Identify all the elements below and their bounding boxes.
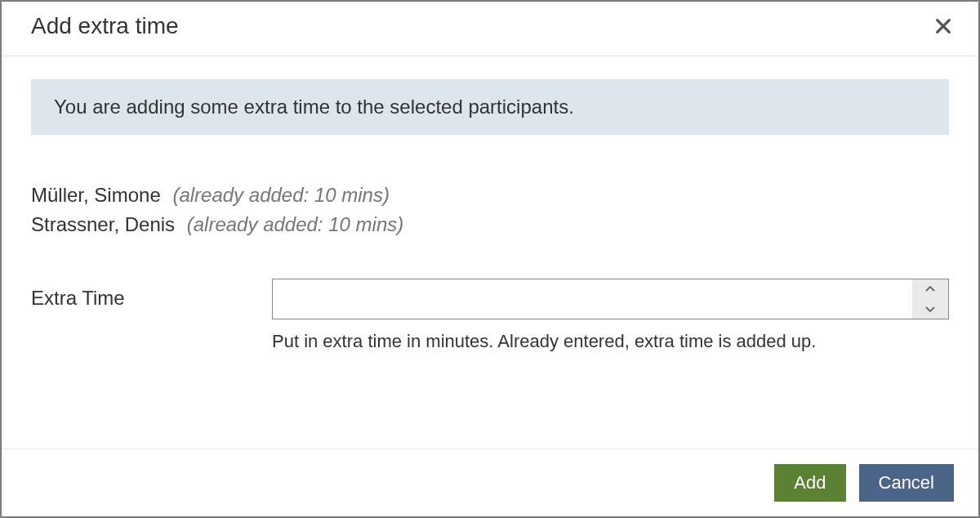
spinner-up-button[interactable]	[912, 279, 948, 299]
participant-name: Strassner, Denis	[31, 213, 175, 235]
add-extra-time-modal: Add extra time You are adding some extra…	[2, 2, 978, 516]
chevron-down-icon	[925, 306, 935, 312]
close-icon[interactable]	[934, 17, 952, 35]
info-banner: You are adding some extra time to the se…	[31, 79, 949, 135]
participant-list: Müller, Simone (already added: 10 mins) …	[31, 181, 949, 239]
chevron-up-icon	[925, 286, 935, 292]
add-button[interactable]: Add	[774, 464, 845, 502]
participant-row: Müller, Simone (already added: 10 mins)	[31, 181, 949, 210]
participant-name: Müller, Simone	[31, 184, 161, 206]
modal-body: You are adding some extra time to the se…	[2, 56, 978, 449]
participant-row: Strassner, Denis (already added: 10 mins…	[31, 210, 949, 239]
modal-title: Add extra time	[31, 13, 179, 39]
extra-time-field-container: Put in extra time in minutes. Already en…	[272, 279, 949, 352]
modal-footer: Add Cancel	[2, 449, 978, 516]
modal-header: Add extra time	[2, 2, 978, 56]
number-input-wrapper	[272, 279, 949, 319]
extra-time-input[interactable]	[272, 279, 949, 319]
extra-time-help-text: Put in extra time in minutes. Already en…	[272, 331, 949, 352]
cancel-button[interactable]: Cancel	[859, 464, 954, 502]
spinner-buttons	[912, 279, 948, 319]
extra-time-form-row: Extra Time	[31, 279, 949, 352]
extra-time-label: Extra Time	[31, 279, 256, 310]
spinner-down-button[interactable]	[912, 299, 948, 319]
participant-note: (already added: 10 mins)	[187, 213, 403, 235]
participant-note: (already added: 10 mins)	[172, 184, 389, 206]
